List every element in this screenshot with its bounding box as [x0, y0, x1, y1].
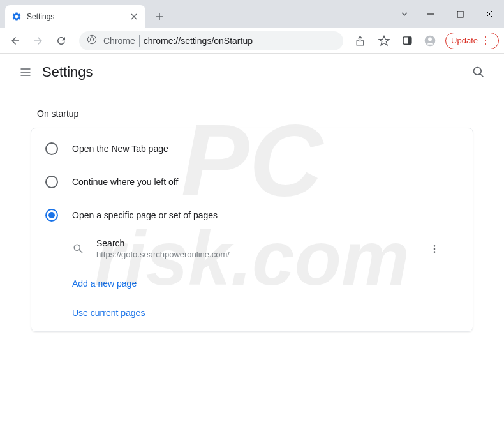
page-entry-title: Search	[96, 238, 424, 248]
add-page-row: Add a new page	[31, 269, 473, 298]
url-prefix: Chrome	[103, 36, 135, 46]
reload-button[interactable]	[51, 31, 71, 51]
svg-point-12	[434, 248, 436, 250]
close-window-button[interactable]	[475, 0, 504, 28]
settings-content: On startup Open the New Tab page Continu…	[0, 91, 504, 338]
svg-point-13	[434, 251, 436, 253]
menu-dots-icon: ⋮	[480, 36, 491, 46]
radio-option-specific-pages[interactable]: Open a specific page or set of pages	[31, 199, 473, 232]
settings-header: Settings	[0, 54, 504, 91]
search-button[interactable]	[466, 59, 491, 85]
close-tab-icon[interactable]	[129, 11, 139, 22]
update-button[interactable]: Update ⋮	[445, 33, 499, 49]
radio-label: Continue where you left off	[72, 177, 178, 187]
use-current-link[interactable]: Use current pages	[72, 308, 145, 318]
add-page-link[interactable]: Add a new page	[72, 278, 137, 289]
chrome-icon	[87, 34, 97, 47]
browser-toolbar: Chrome chrome://settings/onStartup Updat…	[0, 28, 504, 54]
use-current-row: Use current pages	[31, 298, 473, 327]
radio-icon	[45, 209, 58, 222]
forward-button[interactable]	[28, 31, 48, 51]
profile-icon[interactable]	[420, 31, 440, 51]
page-menu-button[interactable]	[424, 239, 445, 259]
maximize-button[interactable]	[445, 0, 475, 28]
chevron-down-icon[interactable]	[393, 0, 416, 28]
page-title: Settings	[42, 64, 93, 80]
startup-card: Open the New Tab page Continue where you…	[31, 128, 473, 332]
share-icon[interactable]	[351, 31, 371, 51]
window-controls	[393, 0, 504, 28]
url-divider	[139, 35, 140, 47]
new-tab-button[interactable]	[151, 8, 168, 26]
svg-rect-6	[408, 37, 411, 44]
svg-point-9	[474, 68, 482, 75]
tab-title: Settings	[27, 12, 129, 21]
svg-point-10	[74, 245, 80, 250]
radio-option-continue[interactable]: Continue where you left off	[31, 165, 473, 199]
window-titlebar: Settings	[0, 0, 504, 28]
svg-point-8	[428, 37, 432, 41]
svg-rect-2	[457, 11, 463, 17]
radio-icon	[45, 176, 58, 188]
section-title: On startup	[37, 109, 473, 119]
address-bar[interactable]: Chrome chrome://settings/onStartup	[79, 31, 343, 50]
browser-tab[interactable]: Settings	[5, 5, 145, 28]
page-info: Search https://goto.searchpoweronline.co…	[96, 238, 424, 259]
page-entry-url: https://goto.searchpoweronline.com/	[96, 250, 424, 259]
radio-option-new-tab[interactable]: Open the New Tab page	[31, 132, 473, 165]
menu-button[interactable]	[13, 59, 38, 85]
magnifier-icon	[72, 243, 85, 255]
svg-point-11	[434, 245, 436, 247]
side-panel-icon[interactable]	[397, 31, 417, 51]
gear-icon	[11, 11, 22, 22]
url-path: chrome://settings/onStartup	[144, 36, 253, 46]
back-button[interactable]	[5, 31, 26, 51]
radio-label: Open a specific page or set of pages	[72, 210, 218, 220]
startup-page-row: Search https://goto.searchpoweronline.co…	[31, 232, 459, 266]
radio-label: Open the New Tab page	[72, 144, 168, 154]
minimize-button[interactable]	[416, 0, 445, 28]
bookmark-icon[interactable]	[374, 31, 394, 51]
radio-icon	[45, 142, 58, 155]
update-label: Update	[451, 36, 478, 45]
